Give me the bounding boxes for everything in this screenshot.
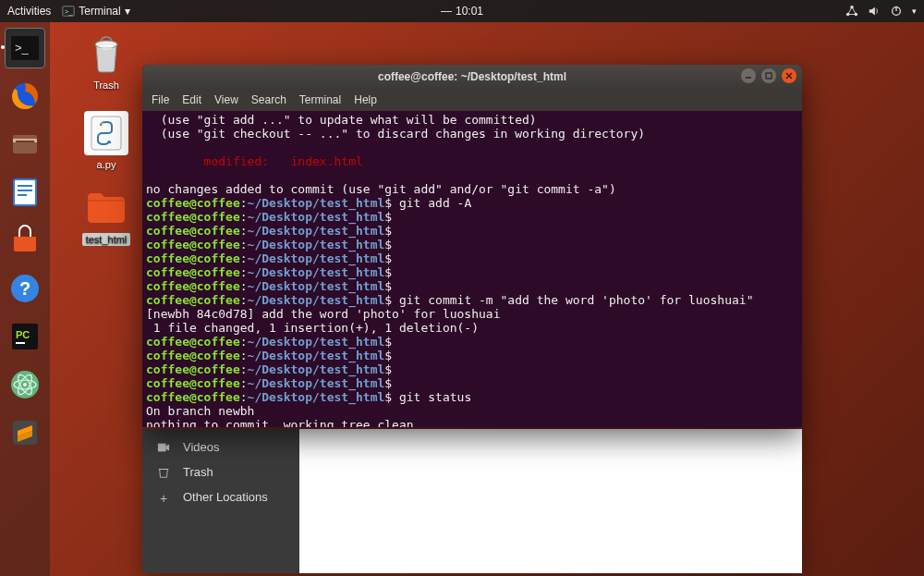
app-menu[interactable]: >_ Terminal ▾ (62, 5, 129, 18)
chevron-down-icon: ▾ (125, 5, 130, 18)
clock-label: 10:01 (456, 5, 483, 18)
atom-icon (8, 368, 42, 401)
trash-icon (157, 466, 170, 479)
dock-software[interactable] (5, 220, 45, 261)
launcher-dock: >_ ? PC (0, 22, 50, 576)
dock-terminal[interactable]: >_ (5, 28, 45, 68)
files-window[interactable]: Videos Trash + Other Locations (142, 429, 802, 573)
menu-help[interactable]: Help (354, 93, 377, 106)
folder-icon (84, 185, 128, 229)
svg-rect-35 (766, 73, 772, 79)
top-bar: Activities >_ Terminal ▾ — 10:01 ▾ (0, 0, 924, 22)
plus-icon: + (157, 491, 170, 504)
svg-text:>_: >_ (65, 7, 74, 16)
sidebar-item-label: Trash (183, 465, 213, 479)
dock-help[interactable]: ? (5, 268, 45, 309)
menu-edit[interactable]: Edit (182, 93, 201, 106)
dock-libreoffice[interactable] (5, 172, 45, 213)
volume-icon[interactable] (868, 5, 881, 18)
terminal-icon: >_ (8, 31, 42, 65)
help-icon: ? (8, 272, 42, 305)
chevron-down-icon[interactable]: ▾ (912, 6, 917, 16)
dash-icon: — (441, 5, 452, 18)
menu-terminal[interactable]: Terminal (299, 93, 341, 106)
terminal-titlebar[interactable]: coffee@coffee: ~/Desktop/test_html (142, 65, 802, 89)
terminal-window[interactable]: coffee@coffee: ~/Desktop/test_html File … (142, 65, 802, 427)
clock[interactable]: — 10:01 (441, 5, 483, 18)
desktop-folder-label: test_html (82, 233, 131, 246)
close-button[interactable] (782, 68, 796, 83)
dock-files[interactable] (5, 124, 45, 165)
svg-point-31 (102, 123, 103, 125)
dock-pycharm[interactable]: PC (5, 316, 45, 357)
svg-text:PC: PC (16, 329, 30, 340)
sidebar-item-label: Videos (183, 440, 220, 454)
dock-firefox[interactable] (5, 76, 45, 116)
terminal-output[interactable]: (use "git add ..." to update what will b… (142, 111, 802, 427)
desktop-trash-label: Trash (74, 80, 139, 91)
desktop-trash[interactable]: Trash (74, 31, 139, 91)
sidebar-item-videos[interactable]: Videos (142, 435, 299, 460)
sublime-icon (8, 416, 42, 449)
desktop-apy[interactable]: a.py (74, 111, 139, 170)
menu-view[interactable]: View (214, 93, 238, 106)
minimize-button[interactable] (741, 68, 756, 83)
pycharm-icon: PC (8, 320, 42, 353)
dock-sublime[interactable] (5, 412, 45, 453)
svg-rect-15 (18, 185, 32, 187)
desktop-apy-label: a.py (74, 159, 139, 170)
svg-rect-10 (13, 135, 37, 153)
trash-icon (84, 31, 128, 76)
python-file-icon (84, 111, 128, 155)
desktop-folder-testhtml[interactable]: test_html (74, 185, 139, 246)
terminal-menubar: File Edit View Search Terminal Help (142, 89, 802, 111)
menu-search[interactable]: Search (251, 93, 286, 106)
maximize-button[interactable] (761, 68, 776, 83)
dock-atom[interactable] (5, 364, 45, 405)
svg-rect-12 (16, 141, 34, 142)
svg-rect-16 (18, 190, 32, 191)
svg-rect-13 (14, 179, 36, 205)
sidebar-item-label: Other Locations (183, 490, 268, 504)
svg-rect-22 (16, 342, 25, 344)
svg-rect-33 (158, 443, 166, 451)
video-icon (157, 441, 170, 454)
window-title: coffee@coffee: ~/Desktop/test_html (378, 70, 566, 83)
svg-point-27 (23, 383, 27, 386)
writer-icon (8, 176, 42, 209)
svg-text:>_: >_ (15, 41, 30, 55)
app-menu-label: Terminal (79, 5, 120, 18)
menu-file[interactable]: File (152, 93, 169, 106)
svg-point-32 (109, 141, 111, 143)
activities-button[interactable]: Activities (7, 5, 51, 18)
files-main-pane[interactable] (299, 429, 802, 573)
sidebar-item-trash[interactable]: Trash (142, 460, 299, 484)
firefox-icon (8, 80, 42, 113)
files-sidebar: Videos Trash + Other Locations (142, 429, 299, 573)
svg-text:?: ? (19, 278, 30, 299)
network-icon[interactable] (845, 5, 858, 18)
terminal-icon: >_ (62, 5, 75, 18)
software-icon (8, 224, 42, 257)
power-icon[interactable] (890, 5, 903, 18)
sidebar-item-other-locations[interactable]: + Other Locations (142, 484, 299, 509)
file-manager-icon (8, 128, 42, 161)
svg-rect-17 (18, 194, 27, 196)
